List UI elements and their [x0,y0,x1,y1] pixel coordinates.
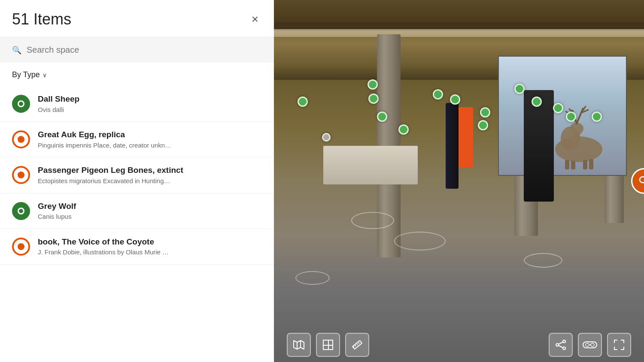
nav-circle[interactable] [351,212,394,229]
exhibit-kiosk-right [524,90,554,202]
toolbar-right [549,333,631,357]
svg-line-31 [559,346,563,348]
list-item[interactable]: Grey Wolf Canis lupus [0,193,274,229]
svg-rect-10 [565,160,569,169]
svg-point-34 [591,343,594,347]
nav-circle[interactable] [394,232,446,250]
svg-marker-16 [294,341,304,349]
panel-title: 51 Items [12,10,71,28]
item-name: book, The Voice of the Coyote [38,237,262,247]
list-item[interactable]: Great Auk Egg, replica Pinguinis impenni… [0,122,274,157]
vr-icon [583,341,597,349]
item-text: book, The Voice of the Coyote J. Frank D… [38,237,262,256]
tour-background [274,0,644,362]
hotspot-1[interactable] [377,112,387,122]
list-item[interactable]: Passenger Pigeon Leg Bones, extinct Ecto… [0,157,274,193]
list-item[interactable]: book, The Voice of the Coyote J. Frank D… [0,229,274,265]
hotspot-8[interactable] [514,84,525,94]
item-text: Grey Wolf Canis lupus [38,201,262,221]
hotspot-13[interactable] [480,107,490,118]
search-compass-icon [638,175,644,187]
hotspot-nav-1[interactable] [322,133,331,142]
hotspot-6[interactable] [433,89,443,100]
hotspot-7[interactable] [450,94,460,105]
icon-inner [18,208,24,214]
floorplan-icon [322,339,334,351]
exhibit-diorama [498,56,627,176]
item-text: Passenger Pigeon Leg Bones, extinct Ecto… [38,165,262,185]
filter-label: By Type [12,70,40,79]
filter-row[interactable]: By Type ∨ [0,63,274,84]
toolbar [274,328,644,362]
item-icon-orange [12,238,30,256]
icon-inner [18,172,24,178]
item-subtitle: Ovis dalli [38,106,262,114]
svg-rect-11 [571,161,575,169]
list-item[interactable]: Dall Sheep Ovis dalli [0,86,274,122]
vr-button[interactable] [578,333,602,357]
item-subtitle: Ectopistes migratorius Excavated in Hunt… [38,177,262,185]
info-panel [459,107,473,167]
hotspot-5[interactable] [398,124,409,135]
svg-rect-12 [583,160,587,169]
fullscreen-icon [613,339,625,351]
svg-rect-20 [323,340,328,345]
hotspot-11[interactable] [566,112,576,122]
item-name: Grey Wolf [38,201,262,212]
nav-circle[interactable] [295,271,330,285]
icon-inner [18,100,24,107]
virtual-tour-panel[interactable] [274,0,644,362]
icon-inner [18,136,24,143]
map-button[interactable] [287,333,311,357]
hotspot-12[interactable] [592,112,602,122]
items-list: Dall Sheep Ovis dalli Great Auk Egg, rep… [0,84,274,362]
svg-point-28 [563,347,565,350]
hotspot-10[interactable] [553,103,563,113]
exhibit-kiosk [446,103,459,189]
share-icon [555,339,567,351]
hotspot-14[interactable] [478,120,488,130]
item-name: Great Auk Egg, replica [38,130,262,140]
nav-circle[interactable] [524,253,562,268]
close-button[interactable]: × [248,12,262,27]
item-text: Great Auk Egg, replica Pinguinis impenni… [38,130,262,149]
floorplan-button[interactable] [316,333,340,357]
search-icon: 🔍 [12,45,21,55]
fullscreen-button[interactable] [607,333,631,357]
search-input[interactable] [27,45,262,55]
item-icon-orange [12,130,30,148]
toolbar-left [287,333,369,357]
svg-line-7 [577,109,583,124]
icon-inner [18,243,24,250]
hotspot-9[interactable] [532,97,542,107]
item-name: Dall Sheep [38,94,262,105]
items-panel: 51 Items × 🔍 By Type ∨ Dall Sheep Ovis d… [0,0,274,362]
measure-icon [351,339,363,351]
search-area: 🔍 [0,37,274,63]
svg-point-29 [556,344,559,346]
svg-point-3 [570,123,583,135]
svg-point-33 [586,343,589,347]
hotspot-2[interactable] [298,97,308,107]
item-subtitle: Pinguinis impennis Place, date, creator … [38,141,262,150]
item-text: Dall Sheep Ovis dalli [38,94,262,114]
svg-point-14 [640,177,644,183]
chevron-down-icon[interactable]: ∨ [43,72,47,78]
panel-header: 51 Items × [0,0,274,37]
item-icon-green [12,202,30,220]
ceiling-beam [274,0,644,22]
share-button[interactable] [549,333,573,357]
display-table [323,146,418,184]
item-icon-orange [12,166,30,184]
svg-point-27 [563,340,565,343]
hotspot-3[interactable] [368,94,379,104]
map-icon [293,339,305,351]
search-box: 🔍 [12,45,262,55]
compass-icon[interactable] [631,168,644,194]
hotspot-4[interactable] [368,79,378,90]
item-subtitle: J. Frank Dobie, illustrations by Olaus M… [38,248,262,256]
item-name: Passenger Pigeon Leg Bones, extinct [38,165,262,176]
item-subtitle: Canis lupus [38,212,262,221]
svg-rect-21 [328,345,333,350]
measure-button[interactable] [345,333,369,357]
